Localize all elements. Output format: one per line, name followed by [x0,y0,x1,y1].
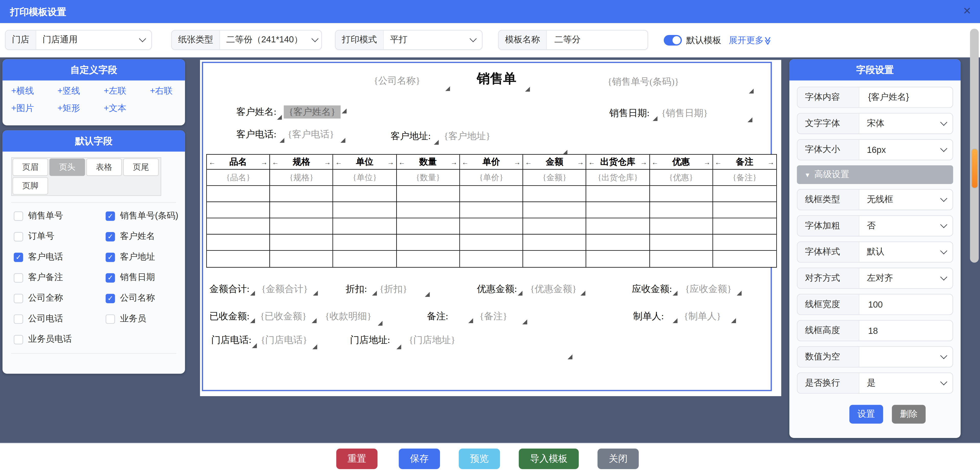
border-type-select[interactable]: 线框类型 无线框 [797,189,953,210]
canvas-store-phone-field[interactable]: 门店电话:{门店电话} [211,334,317,346]
placeholder-cell[interactable]: {金额} [523,170,587,186]
checkbox-company-name[interactable]: ✓ [106,293,115,303]
checkbox-salesman[interactable]: ✓ [106,314,115,324]
delete-button[interactable]: 删除 [892,405,926,423]
selected-element[interactable]: {客户姓名} [284,105,340,118]
resize-handle[interactable] [250,291,255,296]
canvas-sale-date-field[interactable]: 销售日期:{销售日期} [609,107,708,119]
preview-button[interactable]: 预览 [459,449,500,469]
checkbox-sale-no[interactable]: ✓ [14,211,23,221]
checkbox-company-phone[interactable]: ✓ [14,314,23,324]
resize-handle[interactable] [468,318,473,323]
canvas-document-maker-field[interactable]: 制单人:{制单人} [633,310,736,322]
print-mode-select[interactable]: 打印模式 平打 [335,30,483,50]
placeholder-cell[interactable]: {品名} [207,170,270,186]
add-left-copy-link[interactable]: +左联 [104,86,150,97]
close-icon[interactable]: ✕ [963,6,971,17]
canvas-order-no-field[interactable]: {销售单号(条码)} [608,76,679,88]
resize-handle[interactable] [312,318,317,323]
tab-table[interactable]: 表格 [86,159,122,176]
checkbox-customer-remark[interactable]: ✓ [14,273,23,282]
add-image-link[interactable]: +图片 [11,103,57,114]
resize-handle[interactable] [396,344,401,349]
scrollbar-track[interactable] [970,29,979,263]
checkbox-sale-date[interactable]: ✓ [106,273,115,282]
canvas-discount-field[interactable]: 折扣:{折扣} [345,283,430,295]
column-header[interactable]: ←品名→ [207,154,270,170]
checkbox-customer-name[interactable]: ✓ [106,232,115,241]
tab-page-head[interactable]: 页头 [49,159,85,176]
align-select[interactable]: 对齐方式 左对齐 [797,268,953,289]
canvas-customer-phone-field[interactable]: 客户电话:{客户电话} [236,129,345,140]
font-family-select[interactable]: 文字字体 宋体 [797,113,953,134]
template-canvas[interactable]: {公司名称} 销售单 {销售单号(条码)} 客户姓名:{客户姓名} 销售日期:{… [200,60,781,396]
checkbox-order-no[interactable]: ✓ [14,232,23,241]
checkbox-company-fullname[interactable]: ✓ [14,293,23,303]
default-template-toggle[interactable] [664,35,682,46]
column-header[interactable]: ←金额→ [523,154,587,170]
checkbox-customer-address[interactable]: ✓ [106,252,115,262]
canvas-payment-detail-field[interactable]: {收款明细} [325,310,383,322]
resize-handle[interactable] [580,291,585,296]
column-header[interactable]: ←单价→ [460,154,523,170]
store-select[interactable]: 门店 门店通用 [5,30,152,50]
reset-button[interactable]: 重置 [336,449,378,469]
canvas-doc-title-field[interactable]: 销售单 [477,70,530,87]
resize-handle[interactable] [280,138,285,143]
add-right-copy-link[interactable]: +右联 [150,86,177,97]
font-bold-select[interactable]: 字体加粗 否 [797,215,953,236]
resize-handle[interactable] [673,318,678,323]
canvas-customer-name-field[interactable]: 客户姓名:{客户姓名} [236,105,347,118]
column-header[interactable]: ←优惠→ [650,154,713,170]
placeholder-cell[interactable]: {单价} [460,170,523,186]
canvas-customer-address-field[interactable]: 客户地址:{客户地址} [391,131,490,142]
canvas-received-amount-field[interactable]: 已收金额:{已收金额} [209,310,317,322]
canvas-total-amount-field[interactable]: 金额合计:{金额合计} [209,283,318,295]
resize-handle[interactable] [434,140,439,145]
column-header[interactable]: ←单位→ [333,154,396,170]
checkbox-salesman-phone[interactable]: ✓ [14,334,23,344]
resize-handle[interactable] [372,291,377,296]
resize-handle[interactable] [313,291,318,296]
add-rect-link[interactable]: +矩形 [57,103,103,114]
column-header[interactable]: ←出货仓库→ [587,154,650,170]
scrollbar-thumb[interactable] [971,148,978,188]
border-height-input[interactable] [867,325,953,336]
canvas-receivable-amount-field[interactable]: 应收金额:{应收金额} [632,283,741,295]
resize-handle[interactable] [378,320,383,326]
canvas-discount-amount-field[interactable]: 优惠金额:{优惠金额} [477,283,585,295]
placeholder-cell[interactable]: {数量} [396,170,460,186]
save-button[interactable]: 保存 [399,449,440,469]
resize-handle[interactable] [312,344,317,349]
checkbox-customer-phone[interactable]: ✓ [14,252,23,262]
expand-more-link[interactable]: 展开更多≫ [729,23,772,57]
resize-handle[interactable] [737,291,741,296]
paper-type-select[interactable]: 纸张类型 二等份（241*140） [171,30,322,50]
wrap-select[interactable]: 是否换行 是 [797,373,953,393]
resize-handle[interactable] [517,291,523,296]
placeholder-cell[interactable]: {备注} [713,170,776,186]
resize-handle[interactable] [522,319,527,325]
resize-handle[interactable] [673,291,678,296]
add-vline-link[interactable]: +竖线 [57,86,103,97]
resize-handle[interactable] [731,318,736,323]
add-text-link[interactable]: +文本 [104,103,150,114]
canvas-company-name-field[interactable]: {公司名称} [374,75,450,86]
font-content-input[interactable] [867,92,953,103]
canvas-store-address-field[interactable]: 门店地址:{门店地址} [350,334,455,346]
canvas-remark-field[interactable]: 备注:{备注} [427,310,527,322]
tab-page-footer[interactable]: 页脚 [13,177,48,194]
resize-handle[interactable] [425,292,430,297]
add-hline-link[interactable]: +横线 [11,86,57,97]
placeholder-cell[interactable]: {优惠} [650,170,713,186]
placeholder-cell[interactable]: {规格} [270,170,333,186]
placeholder-cell[interactable]: {单位} [333,170,396,186]
checkbox-sale-no-barcode[interactable]: ✓ [106,211,115,221]
resize-handle[interactable] [250,318,255,323]
font-size-select[interactable]: 字体大小 16px [797,139,953,160]
tab-page-tail[interactable]: 页尾 [123,159,159,176]
resize-handle[interactable] [342,108,347,113]
tab-page-header-margin[interactable]: 页眉 [13,159,48,176]
resize-handle[interactable] [252,343,257,348]
advanced-settings-toggle[interactable]: ▼ 高级设置 [797,166,953,184]
